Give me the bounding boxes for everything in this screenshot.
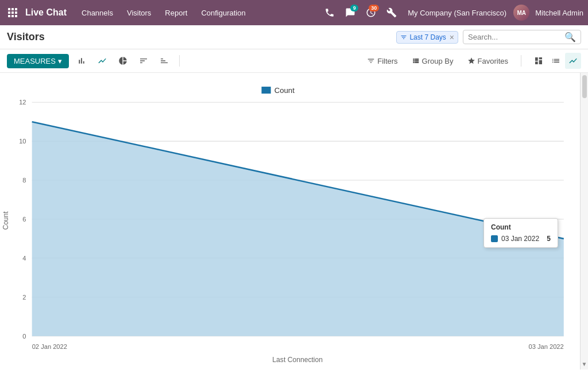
nav-report[interactable]: Report xyxy=(159,5,193,21)
filter-tag-icon xyxy=(400,34,407,41)
graph-view-button[interactable] xyxy=(565,53,581,69)
scrollbar[interactable]: ▼ xyxy=(580,73,588,370)
scrollbar-thumb[interactable] xyxy=(582,75,587,98)
nav-configuration[interactable]: Configuration xyxy=(195,5,251,21)
search-icon[interactable]: 🔍 xyxy=(564,32,576,42)
svg-rect-5 xyxy=(15,11,17,14)
nav-channels[interactable]: Channels xyxy=(76,5,119,21)
filters-button[interactable]: Filters xyxy=(363,55,401,68)
x-axis-label: Last Connection xyxy=(272,356,323,364)
svg-text:0: 0 xyxy=(22,333,26,340)
filter-tag-label: Last 7 Days xyxy=(409,33,446,41)
tooltip-row: 03 Jan 2022 5 xyxy=(491,235,551,243)
svg-rect-2 xyxy=(15,8,17,10)
measures-button[interactable]: MEASURES ▾ xyxy=(7,54,69,68)
view-buttons xyxy=(531,53,581,69)
sort-asc-button[interactable] xyxy=(136,53,152,69)
page-title: Visitors xyxy=(7,31,392,43)
legend-color xyxy=(261,87,270,94)
phone-icon[interactable] xyxy=(320,3,339,22)
kanban-view-button[interactable] xyxy=(531,53,547,69)
message-icon[interactable]: 9 xyxy=(341,3,359,22)
top-navigation: Live Chat Channels Visitors Report Confi… xyxy=(0,0,588,25)
tooltip-title: Count xyxy=(491,223,551,231)
filter-tag[interactable]: Last 7 Days × xyxy=(396,31,458,44)
user-name[interactable]: Mitchell Admin xyxy=(535,9,583,17)
avatar[interactable]: MA xyxy=(513,5,529,21)
bar-chart-button[interactable] xyxy=(74,53,90,69)
svg-text:Count: Count xyxy=(2,211,10,230)
groupby-icon xyxy=(412,57,420,65)
svg-rect-6 xyxy=(8,15,10,17)
grid-menu-icon[interactable] xyxy=(5,5,21,21)
search-input[interactable] xyxy=(468,33,564,41)
svg-text:10: 10 xyxy=(19,138,26,145)
svg-rect-4 xyxy=(11,11,14,14)
scrollbar-down-arrow[interactable]: ▼ xyxy=(582,361,587,367)
svg-text:6: 6 xyxy=(22,216,26,223)
wrench-icon[interactable] xyxy=(382,3,401,22)
list-view-button[interactable] xyxy=(548,53,564,69)
nav-brand: Live Chat xyxy=(25,7,67,18)
tooltip-date: 03 Jan 2022 xyxy=(501,235,543,243)
sort-desc-button[interactable] xyxy=(156,53,172,69)
svg-rect-8 xyxy=(15,15,17,17)
tooltip-value: 5 xyxy=(547,235,551,243)
svg-rect-0 xyxy=(8,8,10,10)
svg-text:4: 4 xyxy=(22,255,26,262)
nav-visitors[interactable]: Visitors xyxy=(121,5,157,21)
x-label-end: 03 Jan 2022 xyxy=(528,343,563,350)
svg-text:12: 12 xyxy=(19,99,26,106)
main-content: Count 0 2 4 6 8 10 12 xyxy=(0,73,588,370)
company-name[interactable]: My Company (San Francisco) xyxy=(408,9,506,17)
toolbar-right: Filters Group By Favorites xyxy=(363,53,581,69)
favorites-button[interactable]: Favorites xyxy=(464,55,512,68)
chart-svg-wrapper: Count 0 2 4 6 8 10 12 xyxy=(0,82,575,365)
pie-chart-button[interactable] xyxy=(115,53,131,69)
group-by-button[interactable]: Group By xyxy=(408,55,457,68)
separator xyxy=(179,55,180,67)
line-chart-button[interactable] xyxy=(94,53,110,69)
action-toolbar: MEASURES ▾ Filters Group By Favorites xyxy=(0,49,588,73)
dropdown-icon: ▾ xyxy=(58,57,62,65)
filter-tag-close[interactable]: × xyxy=(450,33,454,42)
secondary-toolbar: Visitors Last 7 Days × 🔍 xyxy=(0,25,588,49)
clock-badge: 30 xyxy=(369,5,379,11)
chart-container: Count 0 2 4 6 8 10 12 xyxy=(0,73,580,370)
svg-rect-7 xyxy=(11,15,14,17)
star-icon xyxy=(467,57,475,65)
filter-icon xyxy=(367,57,375,65)
svg-rect-1 xyxy=(11,8,14,10)
svg-text:8: 8 xyxy=(22,177,26,184)
message-badge: 9 xyxy=(350,5,358,11)
x-label-start: 02 Jan 2022 xyxy=(32,343,67,350)
search-bar: 🔍 xyxy=(463,30,581,44)
chart-tooltip: Count 03 Jan 2022 5 xyxy=(483,218,558,248)
legend-label: Count xyxy=(274,86,295,95)
svg-rect-3 xyxy=(8,11,10,14)
clock-icon[interactable]: 30 xyxy=(362,3,380,22)
separator2 xyxy=(521,55,521,67)
svg-text:2: 2 xyxy=(22,294,26,301)
tooltip-color-box xyxy=(491,235,498,242)
